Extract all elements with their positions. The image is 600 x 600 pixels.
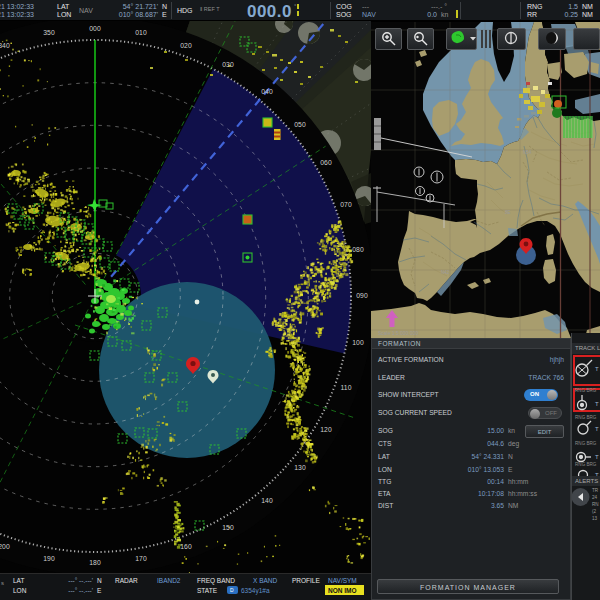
svg-text:T: T bbox=[595, 426, 599, 432]
svg-text:130: 130 bbox=[294, 464, 306, 471]
svg-text:340: 340 bbox=[0, 42, 10, 49]
svg-text:160: 160 bbox=[180, 543, 192, 550]
svg-text:030: 030 bbox=[222, 61, 234, 68]
svg-text:180: 180 bbox=[89, 559, 101, 566]
svg-text:Scale 1:5,000,000: Scale 1:5,000,000 bbox=[378, 330, 419, 336]
svg-text:060: 060 bbox=[320, 159, 332, 166]
svg-text:200: 200 bbox=[0, 543, 10, 550]
svg-text:090: 090 bbox=[356, 292, 368, 299]
svg-text:N54: N54 bbox=[523, 150, 532, 155]
svg-text:24: 24 bbox=[592, 495, 598, 500]
svg-text:140: 140 bbox=[261, 497, 273, 504]
svg-text:RN: RN bbox=[592, 502, 599, 507]
svg-text:ALERTS: ALERTS bbox=[575, 478, 598, 484]
svg-text:TR: TR bbox=[592, 488, 599, 493]
svg-text:070: 070 bbox=[340, 201, 352, 208]
svg-text:190: 190 bbox=[43, 555, 55, 562]
svg-text:T: T bbox=[595, 366, 599, 372]
svg-text:010: 010 bbox=[135, 29, 147, 36]
svg-text:000: 000 bbox=[89, 25, 101, 32]
svg-text:150: 150 bbox=[222, 524, 234, 531]
svg-text:350: 350 bbox=[43, 29, 55, 36]
svg-text:080: 080 bbox=[352, 246, 364, 253]
svg-text:040: 040 bbox=[261, 88, 273, 95]
svg-text:8E: 8E bbox=[505, 210, 511, 215]
svg-text:100: 100 bbox=[352, 339, 364, 346]
svg-text:RNG BRG: RNG BRG bbox=[575, 388, 597, 393]
svg-text:(2: (2 bbox=[592, 509, 597, 514]
svg-text:N42: N42 bbox=[441, 270, 450, 275]
svg-text:T: T bbox=[595, 454, 599, 460]
svg-text:RNG BRG: RNG BRG bbox=[575, 441, 597, 446]
svg-text:170: 170 bbox=[135, 555, 147, 562]
svg-text:RNG BRG: RNG BRG bbox=[575, 462, 597, 467]
svg-text:13: 13 bbox=[592, 516, 598, 521]
svg-text:T: T bbox=[595, 401, 599, 407]
svg-text:110: 110 bbox=[341, 384, 352, 391]
svg-text:120: 120 bbox=[320, 426, 332, 433]
svg-text:RNG BRG: RNG BRG bbox=[575, 415, 597, 420]
svg-text:020: 020 bbox=[180, 42, 192, 49]
svg-text:050: 050 bbox=[294, 121, 306, 128]
